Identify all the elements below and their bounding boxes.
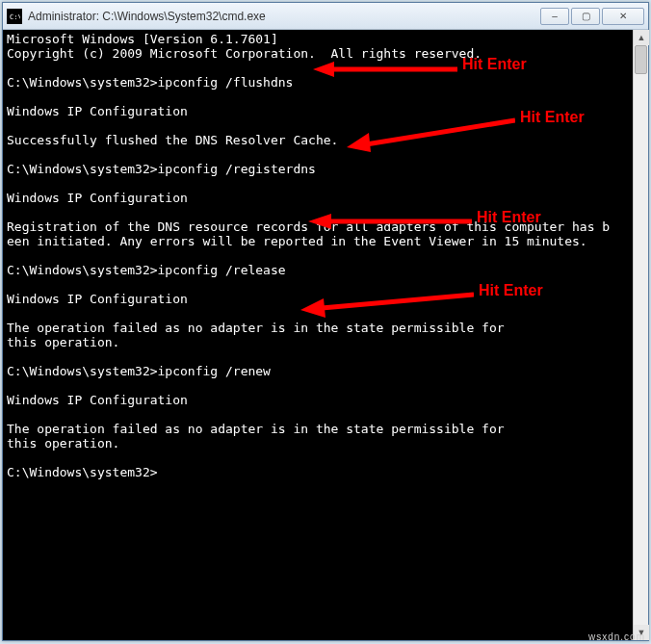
cmd-window: C:\ Administrator: C:\Windows\System32\c…	[2, 2, 649, 641]
watermark: wsxdn.com	[588, 631, 645, 642]
window-title: Administrator: C:\Windows\System32\cmd.e…	[28, 10, 538, 23]
scroll-up-button[interactable]: ▲	[634, 30, 649, 45]
window-controls: – ▢ ✕	[538, 8, 644, 25]
close-button[interactable]: ✕	[602, 8, 644, 25]
scrollbar[interactable]: ▲ ▼	[633, 30, 648, 640]
app-icon: C:\	[7, 9, 22, 24]
svg-text:C:\: C:\	[10, 13, 20, 21]
scroll-thumb[interactable]	[635, 45, 647, 74]
minimize-button[interactable]: –	[540, 8, 569, 25]
maximize-button[interactable]: ▢	[571, 8, 600, 25]
terminal-output[interactable]: Microsoft Windows [Version 6.1.7601] Cop…	[3, 30, 648, 640]
titlebar[interactable]: C:\ Administrator: C:\Windows\System32\c…	[3, 3, 648, 30]
